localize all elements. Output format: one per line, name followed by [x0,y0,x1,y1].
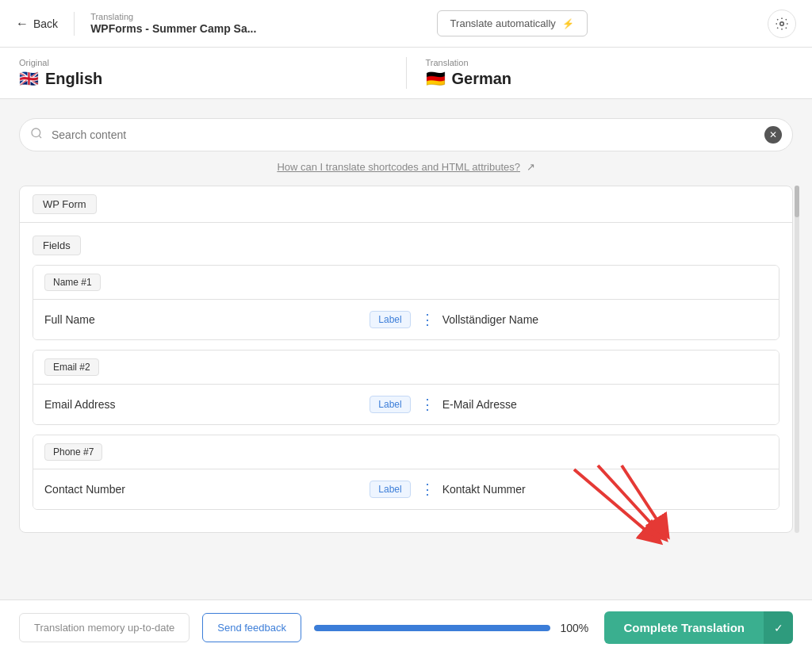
external-link-icon: ↗ [527,161,535,173]
divider-dots: ⋮ [420,311,433,328]
back-arrow-icon: ← [16,17,29,31]
bottom-bar: Translation memory up-to-date Send feedb… [0,599,812,655]
shortcodes-help-link[interactable]: How can I translate shortcodes and HTML … [277,161,520,173]
main-content: ✕ How can I translate shortcodes and HTM… [0,99,812,597]
progress-bar-fill [314,625,550,631]
field-group-email-header: Email #2 [33,350,779,385]
fields-section: Fields Name #1 Full Name Label ⋮ Vollstä… [20,223,792,532]
original-language: Original 🇬🇧 English [19,58,387,88]
app-header: ← Back Translating WPForms - Summer Camp… [0,0,812,48]
translating-info: Translating WPForms - Summer Camp Sa... [74,12,256,36]
field-group-email: Email #2 Email Address Label ⋮ E-Mail Ad… [33,350,779,425]
feedback-button[interactable]: Send feedback [202,613,301,642]
translation-name: German [452,70,512,88]
gear-icon [775,17,789,31]
complete-translation-label: Complete Translation [623,621,745,634]
header-left: ← Back Translating WPForms - Summer Camp… [16,12,256,36]
translation-lang-name: 🇩🇪 German [426,69,794,88]
original-flag: 🇬🇧 [19,69,39,88]
field-row-email: Email Address Label ⋮ E-Mail Adresse [33,385,779,424]
field-group-phone-header: Phone #7 [33,435,779,469]
label-badge-phone: Label [370,481,410,498]
field-translation-phone: Kontakt Nummer [442,483,768,496]
card-scrollbar [795,186,799,533]
lightning-icon: ⚡ [562,18,574,29]
language-bar: Original 🇬🇧 English Translation 🇩🇪 Germa… [0,48,812,99]
field-group-name: Name #1 Full Name Label ⋮ Vollständiger … [33,265,779,340]
clear-search-button[interactable]: ✕ [764,126,782,144]
translating-title: WPForms - Summer Camp Sa... [90,22,256,35]
lang-divider [406,57,407,89]
progress-percentage: 100% [560,622,592,634]
search-input[interactable] [19,118,793,151]
complete-translation-chevron[interactable]: ✓ [764,611,793,644]
back-button[interactable]: ← Back [16,17,58,31]
progress-section: 100% [314,622,592,634]
field-group-email-badge: Email #2 [44,358,99,376]
svg-point-1 [32,128,40,137]
field-original-fullname: Full Name [44,313,370,326]
field-original-phone: Contact Number [44,483,370,496]
help-link: How can I translate shortcodes and HTML … [19,161,793,173]
chevron-icon: ✓ [774,622,783,634]
memory-status-button[interactable]: Translation memory up-to-date [19,613,190,642]
back-label: Back [33,17,58,30]
label-badge-fullname: Label [370,311,410,328]
complete-translation-button[interactable]: Complete Translation [604,611,764,644]
field-translation-email: E-Mail Adresse [442,398,768,411]
card-header: WP Form [20,186,792,223]
memory-status-label: Translation memory up-to-date [34,622,174,634]
content-card-wrapper: WP Form Fields Name #1 Full Name Label ⋮… [19,186,793,533]
original-label: Original [19,58,387,67]
settings-button[interactable] [768,10,796,38]
original-name: English [45,70,102,88]
translate-auto-button[interactable]: Translate automatically ⚡ [437,10,588,36]
wp-form-card: WP Form Fields Name #1 Full Name Label ⋮… [19,186,793,533]
field-group-phone-badge: Phone #7 [44,443,102,461]
translation-label: Translation [426,58,794,67]
field-group-phone: Phone #7 Contact Number Label ⋮ Kontakt … [33,435,779,510]
fields-section-badge: Fields [33,236,81,255]
search-container: ✕ [19,118,793,151]
field-row-phone: Contact Number Label ⋮ Kontakt Nummer [33,469,779,509]
translation-language: Translation 🇩🇪 German [426,58,794,88]
original-lang-name: 🇬🇧 English [19,69,387,88]
translate-auto-label: Translate automatically [450,17,556,29]
translating-label: Translating [90,12,256,21]
svg-point-0 [780,21,784,25]
close-icon: ✕ [769,129,777,140]
label-badge-email: Label [370,396,410,413]
card-scrollbar-thumb [795,186,799,217]
divider-dots-email: ⋮ [420,396,433,413]
field-group-name-badge: Name #1 [44,274,101,291]
field-original-email: Email Address [44,398,370,411]
progress-bar [314,625,550,631]
feedback-label: Send feedback [217,622,286,634]
field-group-name-header: Name #1 [33,266,779,300]
divider-dots-phone: ⋮ [420,481,433,498]
field-row-fullname: Full Name Label ⋮ Vollständiger Name [33,300,779,339]
translation-flag: 🇩🇪 [426,69,446,88]
complete-button-group: Complete Translation ✓ [604,611,793,644]
field-translation-fullname: Vollständiger Name [442,313,768,326]
card-title: WP Form [33,194,97,214]
search-icon [30,127,43,143]
